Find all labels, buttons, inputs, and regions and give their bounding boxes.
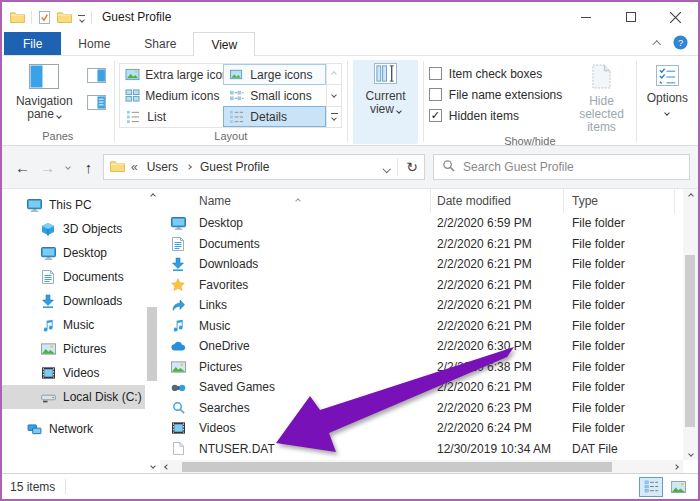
- details-view-toggle[interactable]: [639, 477, 663, 497]
- file-name: NTUSER.DAT: [199, 442, 431, 456]
- breadcrumb-overflow[interactable]: «: [131, 160, 138, 174]
- gallery-more-icon[interactable]: [327, 107, 341, 127]
- breadcrumb-guest-profile[interactable]: Guest Profile: [200, 160, 269, 174]
- file-row-saved-games[interactable]: Saved Games2/2/2020 6:21 PMFile folder: [160, 377, 698, 398]
- layout-option-label: Details: [250, 110, 287, 124]
- scroll-down-icon[interactable]: [683, 452, 698, 456]
- back-button[interactable]: ←: [10, 155, 35, 180]
- tab-file[interactable]: File: [4, 32, 61, 55]
- tab-view[interactable]: View: [193, 32, 255, 56]
- close-button[interactable]: [653, 2, 698, 32]
- layout-option-extra-large-icons[interactable]: Extra large icons: [120, 64, 223, 85]
- sidebar-item-music[interactable]: Music: [2, 313, 145, 337]
- gallery-scroll-up-icon[interactable]: [327, 64, 341, 85]
- sidebar-item-label: Downloads: [63, 294, 122, 308]
- music-icon: [170, 319, 186, 332]
- file-date-modified: 2/2/2020 6:21 PM: [431, 257, 564, 271]
- file-row-ntuser-dat[interactable]: NTUSER.DAT12/30/2019 10:34 AMDAT File: [160, 439, 698, 460]
- column-header-date-modified[interactable]: Date modified: [431, 189, 564, 213]
- navigation-pane-button[interactable]: Navigation pane: [7, 61, 82, 121]
- layout-option-details[interactable]: Details: [223, 106, 326, 127]
- sidebar-item-desktop[interactable]: Desktop: [2, 241, 145, 265]
- scrollbar-thumb[interactable]: [182, 462, 612, 472]
- new-folder-icon[interactable]: [57, 11, 72, 23]
- file-name: Links: [199, 298, 431, 312]
- sidebar-item-pictures[interactable]: Pictures: [2, 337, 145, 361]
- checkbox-item-check-boxes[interactable]: Item check boxes: [429, 63, 562, 84]
- file-row-onedrive[interactable]: OneDrive2/2/2020 6:30 PMFile folder: [160, 336, 698, 357]
- checkbox-file-name-extensions[interactable]: File name extensions: [429, 84, 562, 105]
- layout-option-small-icons[interactable]: Small icons: [223, 85, 326, 106]
- divider: [397, 158, 398, 176]
- sidebar-item-documents[interactable]: Documents: [2, 265, 145, 289]
- recent-locations-icon[interactable]: [60, 155, 76, 180]
- file-name: Downloads: [199, 257, 431, 271]
- file-type: DAT File: [564, 442, 618, 456]
- window-title: Guest Profile: [102, 10, 171, 24]
- sidebar-item-downloads[interactable]: Downloads: [2, 289, 145, 313]
- gallery-scroll-down-icon[interactable]: [327, 85, 341, 106]
- tab-home[interactable]: Home: [61, 32, 127, 55]
- sidebar-item-label: Documents: [63, 270, 124, 284]
- titlebar: Guest Profile: [2, 2, 698, 32]
- horizontal-scrollbar[interactable]: [160, 460, 683, 473]
- vertical-scrollbar[interactable]: [683, 189, 698, 460]
- scroll-right-icon[interactable]: [674, 460, 678, 473]
- address-dropdown-icon[interactable]: [384, 160, 390, 174]
- hide-selected-items-button: Hide selected items: [572, 61, 631, 134]
- tab-share[interactable]: Share: [127, 32, 193, 55]
- minimize-button[interactable]: [563, 2, 608, 32]
- layout-option-medium-icons[interactable]: Medium icons: [120, 85, 223, 106]
- sidebar-item-network[interactable]: Network: [2, 417, 145, 441]
- scroll-up-icon[interactable]: [145, 194, 160, 198]
- layout-option-large-icons[interactable]: Large icons: [223, 64, 326, 85]
- sidebar-item-3d-objects[interactable]: 3D Objects: [2, 217, 145, 241]
- file-row-downloads[interactable]: Downloads2/2/2020 6:21 PMFile folder: [160, 254, 698, 275]
- scrollbar-thumb[interactable]: [685, 255, 695, 427]
- checkbox-hidden-items[interactable]: ✓Hidden items: [429, 105, 562, 126]
- scroll-down-icon[interactable]: [145, 464, 160, 468]
- preview-pane-button[interactable]: [85, 65, 109, 85]
- layout-option-label: Extra large icons: [145, 68, 234, 82]
- divider: [91, 11, 92, 24]
- breadcrumb-users[interactable]: Users: [147, 160, 178, 174]
- collapse-ribbon-icon[interactable]: [654, 37, 660, 51]
- file-date-modified: 2/2/2020 6:21 PM: [431, 319, 564, 333]
- thumbnail-view-toggle[interactable]: [666, 477, 690, 497]
- monitor-icon: [170, 217, 186, 230]
- file-row-documents[interactable]: Documents2/2/2020 6:21 PMFile folder: [160, 234, 698, 255]
- layout-option-list[interactable]: List: [120, 106, 223, 127]
- file-date-modified: 12/30/2019 10:34 AM: [431, 442, 564, 456]
- file-row-favorites[interactable]: Favorites2/2/2020 6:21 PMFile folder: [160, 275, 698, 296]
- file-row-pictures[interactable]: Pictures2/2/2020 6:38 PMFile folder: [160, 357, 698, 378]
- scroll-left-icon[interactable]: [165, 460, 169, 473]
- sidebar-item-local-disk-c[interactable]: Local Disk (C:): [2, 385, 145, 409]
- current-view-button[interactable]: Current view: [353, 60, 418, 144]
- refresh-icon[interactable]: ↻: [406, 159, 418, 175]
- sidebar-item-videos[interactable]: Videos: [2, 361, 145, 385]
- picture-icon: [40, 343, 56, 355]
- properties-icon[interactable]: [38, 11, 51, 24]
- help-icon[interactable]: ?: [673, 35, 688, 53]
- search-input[interactable]: [463, 160, 681, 174]
- scroll-up-icon[interactable]: [683, 194, 698, 198]
- address-bar[interactable]: «UsersGuest Profile ↻: [103, 154, 425, 180]
- file-date-modified: 2/2/2020 6:30 PM: [431, 339, 564, 353]
- sidebar-item-this-pc[interactable]: This PC: [2, 193, 145, 217]
- file-row-music[interactable]: Music2/2/2020 6:21 PMFile folder: [160, 316, 698, 337]
- file-type: File folder: [564, 278, 625, 292]
- sidebar-scrollbar[interactable]: [145, 189, 160, 473]
- options-button[interactable]: Options: [642, 62, 693, 118]
- file-row-links[interactable]: Links2/2/2020 6:21 PMFile folder: [160, 295, 698, 316]
- maximize-button[interactable]: [608, 2, 653, 32]
- customize-toolbar-icon[interactable]: [78, 13, 85, 22]
- sidebar-item-label: Pictures: [63, 342, 106, 356]
- scrollbar-thumb[interactable]: [147, 307, 157, 381]
- file-row-searches[interactable]: Searches2/2/2020 6:23 PMFile folder: [160, 398, 698, 419]
- column-header-type[interactable]: Type: [564, 189, 675, 213]
- file-row-videos[interactable]: Videos2/2/2020 6:24 PMFile folder: [160, 418, 698, 439]
- file-name: Favorites: [199, 278, 431, 292]
- up-button[interactable]: ↑: [76, 155, 101, 180]
- file-row-desktop[interactable]: Desktop2/2/2020 6:59 PMFile folder: [160, 213, 698, 234]
- details-pane-button[interactable]: [85, 92, 109, 112]
